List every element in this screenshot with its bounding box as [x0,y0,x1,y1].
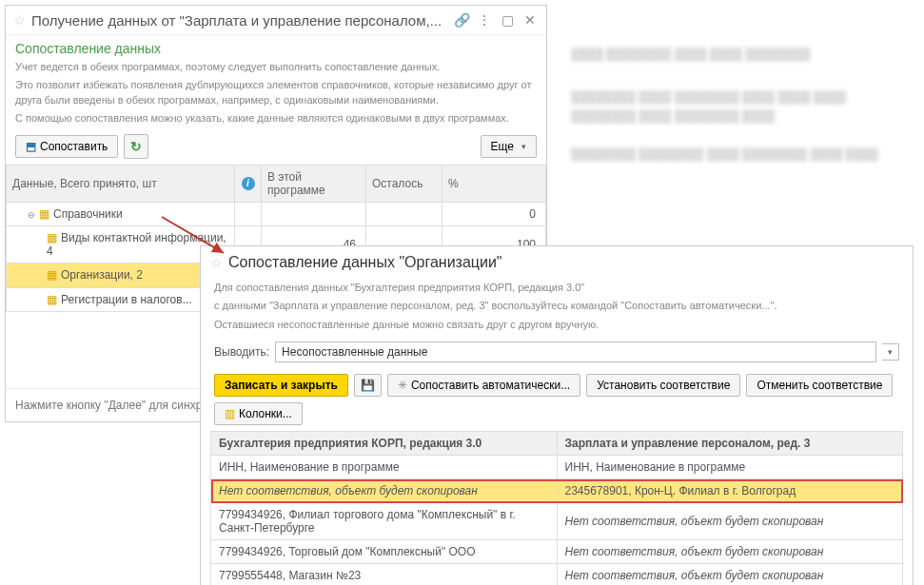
desc-line: Для сопоставления данных "Бухгалтерия пр… [201,279,913,297]
desc-line: Это позволит избежать появления дублирую… [6,76,546,109]
titlebar: ☆ Получение данных от "Зарплата и управл… [6,6,546,35]
filter-label: Выводить: [214,345,269,359]
disk-icon: 💾 [361,379,375,392]
compare-button[interactable]: ⬒Сопоставить [15,135,118,158]
col-header-right[interactable]: Зарплата и управление персоналом, ред. 3 [557,432,903,456]
chevron-down-icon[interactable]: ▾ [882,343,899,361]
folder-icon: ▦ [39,207,49,221]
col-header[interactable]: В этой программе [262,165,366,202]
cell-right[interactable]: Нет соответствия, объект будет скопирова… [557,503,903,540]
maximize-icon[interactable]: ▢ [499,11,516,29]
table-icon: ▦ [47,268,57,282]
cell-left[interactable]: 7799434926, Торговый дом "Комплексный" О… [211,540,558,564]
cell-left[interactable]: 7799555448, Магазин №23 [211,564,558,585]
columns-button[interactable]: ▥Колонки... [214,402,303,425]
col-header[interactable]: Данные, Всего принято, шт [7,165,235,202]
auto-compare-button[interactable]: ✳︎Сопоставить автоматически... [387,374,580,397]
save-button[interactable]: 💾 [354,374,382,397]
more-button[interactable]: Еще [481,135,537,158]
more-icon[interactable]: ⋮ [476,11,493,29]
cell-left[interactable]: 7799434926, Филиал торгового дома "Компл… [211,503,558,540]
cell-right[interactable]: Нет соответствия, объект будет скопирова… [557,564,903,585]
desc-line: с данными "Зарплата и управление персона… [201,297,913,315]
cell-right[interactable]: Нет соответствия, объект будет скопирова… [557,540,903,564]
refresh-button[interactable]: ↻ [124,134,148,159]
close-icon[interactable]: ✕ [521,11,539,29]
window-title: Сопоставление данных "Организации" [228,254,502,271]
save-close-button[interactable]: Записать и закрыть [214,374,348,397]
filter-row: Выводить: Несопоставленные данные ▾ [201,334,913,368]
cell-right[interactable]: 2345678901, Крон-Ц. Филиал в г. Волгогра… [557,479,903,503]
table-row[interactable]: 7799434926, Филиал торгового дома "Компл… [211,503,903,540]
cancel-match-button[interactable]: Отменить соответствие [746,374,893,397]
titlebar: ☆ Сопоставление данных "Организации" [201,246,913,279]
col-header-info[interactable]: i [235,165,262,202]
wand-icon: ✳︎ [398,379,407,392]
match-grid: Бухгалтерия предприятия КОРП, редакция 3… [210,431,903,585]
table-icon: ▦ [47,231,57,244]
cell-left[interactable]: Нет соответствия, объект будет скопирова… [211,479,558,503]
table-row[interactable]: Нет соответствия, объект будет скопирова… [211,479,903,503]
col-subheader[interactable]: ИНН, Наименование в программе [557,456,903,479]
subtitle: Сопоставление данных [6,35,546,58]
tree-root-row[interactable]: ⊖▦Справочники 0 [7,202,546,225]
set-match-button[interactable]: Установить соответствие [586,374,740,397]
star-icon[interactable]: ☆ [13,12,26,28]
col-header[interactable]: % [442,165,546,202]
desc-line: Учет ведется в обеих программах, поэтому… [6,58,546,76]
window-compare-org: ☆ Сопоставление данных "Организации" Для… [200,245,914,585]
col-header[interactable]: Осталось [366,165,442,202]
compare-icon: ⬒ [26,140,36,153]
window-title: Получение данных от "Зарплата и управлен… [31,12,447,29]
toolbar: ⬒Сопоставить ↻ Еще [6,128,546,165]
info-icon: i [242,177,255,190]
toolbar: Записать и закрыть 💾 ✳︎Сопоставить автом… [201,368,913,431]
columns-icon: ▥ [225,407,235,420]
star-icon[interactable]: ☆ [210,255,223,270]
desc-line: С помощью сопоставления можно указать, к… [6,109,546,127]
col-subheader[interactable]: ИНН, Наименование в программе [211,456,558,479]
desc-line: Оставшиеся несопоставленные данные можно… [201,316,913,334]
table-row[interactable]: 7799434926, Торговый дом "Комплексный" О… [211,540,903,564]
expand-icon[interactable]: ⊖ [28,210,37,220]
filter-select[interactable]: Несопоставленные данные [275,341,876,362]
table-row[interactable]: 7799555448, Магазин №23Нет соответствия,… [211,564,903,585]
col-header-left[interactable]: Бухгалтерия предприятия КОРП, редакция 3… [211,432,558,456]
refresh-icon: ↻ [130,139,142,154]
link-icon[interactable]: 🔗 [453,11,470,29]
table-icon: ▦ [47,293,57,306]
